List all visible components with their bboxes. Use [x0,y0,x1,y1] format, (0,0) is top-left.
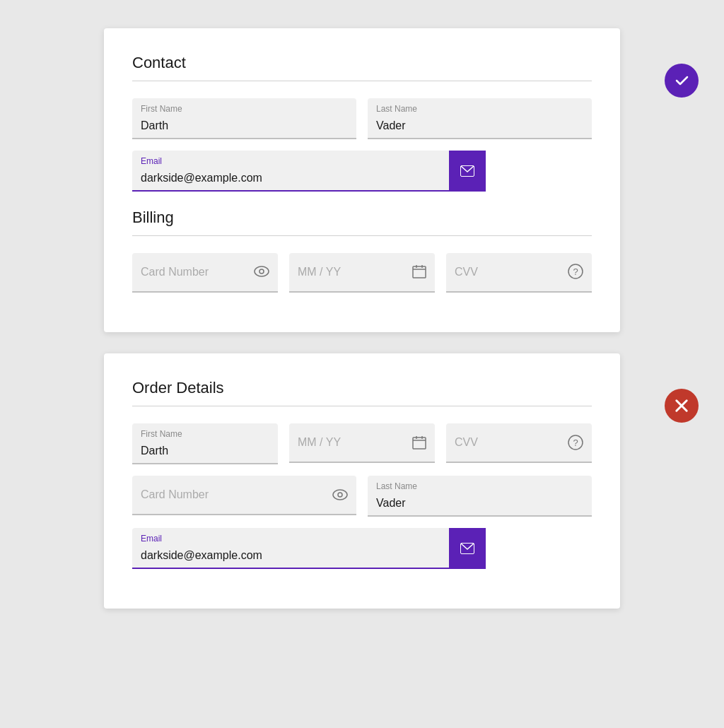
mail-icon [460,165,474,177]
svg-point-1 [255,266,269,276]
card1-billing-divider [132,235,592,236]
card2-firstname-field[interactable]: First Name Darth [132,423,278,464]
card2-firstname-group: First Name Darth [132,423,278,464]
card1-help-icon[interactable]: ? [568,264,583,282]
card2-cardnumber-field[interactable]: Card Number [132,476,356,515]
card2-lastname-label: Last Name [376,481,417,491]
card1-email-field[interactable]: Email darkside@example.com [132,151,486,192]
card1-email-row: Email darkside@example.com [132,151,592,192]
card1-cardnumber-group: Card Number [132,253,278,293]
card2-divider [132,406,592,406]
card1-cvv-group: CVV ? [446,253,592,293]
svg-rect-9 [413,438,426,449]
card2-wrapper: Order Details First Name Darth MM / YY [42,353,682,609]
card1-contact-divider [132,81,592,81]
svg-text:?: ? [573,266,578,277]
card2-cvv-group: CVV ? [446,423,592,464]
card1-calendar-icon [412,264,426,281]
checkmark-icon [673,72,690,89]
card2: Order Details First Name Darth MM / YY [104,353,620,609]
svg-rect-3 [413,266,426,278]
card1-firstname-label: First Name [141,104,182,114]
card2-firstname-value: Darth [141,438,269,457]
card1-expiry-group: MM / YY [289,253,435,293]
card2-calendar-icon [412,435,426,452]
card2-row2: Card Number Last Name Vader [132,476,592,517]
card2-row1: First Name Darth MM / YY [132,423,592,464]
mail-icon [460,543,474,554]
card2-title: Order Details [132,379,592,397]
card2-expiry-placeholder: MM / YY [298,436,341,449]
svg-text:?: ? [573,438,578,448]
card2-cvv-placeholder: CVV [455,436,478,449]
card1-cardnumber-placeholder: Card Number [141,266,209,278]
card2-email-group: Email darkside@example.com [132,528,486,569]
card1-contact-title: Contact [132,54,592,72]
card1-email-label: Email [141,156,162,166]
card1-lastname-label: Last Name [376,104,417,114]
svg-point-2 [259,269,264,274]
card1-email-icon-button[interactable] [449,151,486,192]
card1-cvv-placeholder: CVV [455,266,478,278]
card2-email-field[interactable]: Email darkside@example.com [132,528,486,569]
card2-email-label: Email [141,534,162,544]
card2-eye-icon[interactable] [332,489,348,503]
card1-billing-row: Card Number MM / YY [132,253,592,293]
card1-billing-title: Billing [132,209,592,227]
card1-firstname-value: Darth [141,112,348,132]
card1-lastname-field[interactable]: Last Name Vader [368,98,592,139]
card2-lastname-group: Last Name Vader [368,476,592,517]
card1-expiry-placeholder: MM / YY [298,266,341,278]
card1-lastname-group: Last Name Vader [368,98,592,139]
card2-lastname-value: Vader [376,490,583,510]
card2-expiry-group: MM / YY [289,423,435,464]
card1-firstname-field[interactable]: First Name Darth [132,98,356,139]
card2-cardnumber-placeholder: Card Number [141,488,209,501]
close-icon [673,397,690,414]
card1-email-group: Email darkside@example.com [132,151,486,192]
card1-lastname-value: Vader [376,112,583,132]
card1-success-badge [665,64,699,98]
card1-eye-icon[interactable] [254,266,269,280]
card2-email-row: Email darkside@example.com [132,528,592,569]
card2-error-badge [665,389,699,423]
card1: Contact First Name Darth Last Name Vader… [104,28,620,332]
card1-firstname-group: First Name Darth [132,98,356,139]
svg-point-15 [333,490,347,500]
card1-wrapper: Contact First Name Darth Last Name Vader… [42,28,682,332]
card2-cardnumber-group: Card Number [132,476,356,517]
card1-name-row: First Name Darth Last Name Vader [132,98,592,139]
card2-email-value: darkside@example.com [141,542,443,562]
card1-email-value: darkside@example.com [141,165,443,184]
card2-email-icon-button[interactable] [449,528,486,569]
card2-lastname-field[interactable]: Last Name Vader [368,476,592,517]
card2-firstname-label: First Name [141,429,182,439]
svg-point-16 [338,493,342,497]
card2-help-icon[interactable]: ? [568,435,583,453]
card1-billing-section: Billing Card Number MM [132,209,592,293]
